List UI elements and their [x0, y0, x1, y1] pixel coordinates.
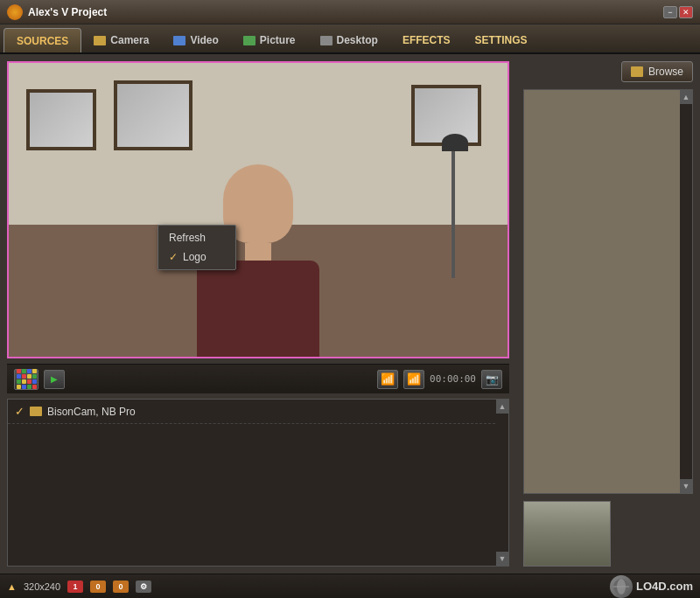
- window-title: Alex's V Project: [28, 6, 663, 18]
- video-tab-icon: [173, 36, 186, 45]
- close-button[interactable]: ✕: [679, 6, 693, 18]
- app-icon: [7, 4, 23, 20]
- time-display: 00:00:00: [430, 373, 476, 385]
- status-triangle-icon: ▲: [7, 581, 17, 592]
- playback-bar: ▶ 📶 📶 00:00:00 📷: [7, 364, 509, 393]
- browse-label: Browse: [648, 66, 683, 78]
- scroll-down-arrow[interactable]: ▼: [496, 552, 508, 566]
- desktop-tab-icon: [320, 36, 332, 45]
- picture-frame-left: [26, 89, 96, 150]
- picture-tab-icon: [243, 36, 256, 45]
- badge-2: 0: [90, 581, 106, 593]
- right-scrollbar[interactable]: ▲ ▼: [680, 90, 692, 493]
- right-scroll-down[interactable]: ▼: [680, 479, 692, 493]
- tab-sources[interactable]: SOURCES: [4, 28, 81, 52]
- left-panel: Refresh ✓ Logo: [0, 54, 516, 574]
- person-neck: [245, 243, 271, 261]
- right-panel: Browse ▲ ▼: [516, 54, 700, 574]
- window-controls: − ✕: [663, 6, 693, 18]
- tab-video[interactable]: Video: [161, 28, 230, 52]
- source-scrollbar[interactable]: ▲ ▼: [496, 400, 508, 566]
- picture-frame-center: [114, 80, 192, 150]
- snapshot-button[interactable]: 📷: [481, 370, 502, 389]
- room-background: [9, 63, 508, 357]
- tab-picture[interactable]: Picture: [231, 28, 308, 52]
- context-menu: Refresh ✓ Logo: [158, 225, 236, 270]
- signal-button-2[interactable]: 📶: [403, 370, 424, 389]
- signal-button-1[interactable]: 📶: [377, 370, 398, 389]
- source-camera-icon: [30, 407, 42, 416]
- badge-3: 0: [113, 581, 129, 593]
- tab-effects[interactable]: EFFECTS: [390, 28, 463, 52]
- lo4d-text: LO4D.com: [636, 580, 693, 593]
- grid-selector-button[interactable]: [14, 369, 38, 390]
- badge-1: 1: [67, 581, 83, 593]
- grid-icon: [17, 369, 37, 389]
- main-content: Refresh ✓ Logo: [0, 54, 700, 574]
- ctx-refresh[interactable]: Refresh: [158, 228, 235, 247]
- thumbnail-preview: [523, 501, 611, 567]
- source-list: ✓ BisonCam, NB Pro ▲ ▼: [7, 399, 509, 567]
- right-scroll-up[interactable]: ▲: [680, 90, 692, 104]
- right-scroll-track: [680, 104, 692, 479]
- lamp-pole: [452, 147, 455, 278]
- ctx-logo[interactable]: ✓ Logo: [158, 247, 235, 267]
- lamp-shade: [442, 134, 468, 151]
- preview-area: ▲ ▼: [523, 89, 693, 494]
- tab-bar: SOURCES Camera Video Picture Desktop EFF…: [0, 24, 700, 54]
- camera-tab-icon: [94, 36, 106, 45]
- title-bar: Alex's V Project − ✕: [0, 0, 700, 24]
- source-name: BisonCam, NB Pro: [47, 406, 136, 418]
- thumbnail-image: [524, 502, 610, 566]
- scroll-up-arrow[interactable]: ▲: [496, 400, 508, 414]
- person-body: [197, 261, 319, 358]
- tab-camera[interactable]: Camera: [81, 28, 161, 52]
- resolution-display: 320x240: [24, 581, 60, 592]
- source-checkmark: ✓: [15, 405, 24, 418]
- gear-badge[interactable]: ⚙: [136, 581, 151, 593]
- scroll-track: [496, 414, 508, 552]
- video-preview: Refresh ✓ Logo: [7, 61, 509, 358]
- lo4d-logo: LO4D.com: [610, 575, 693, 598]
- status-bar: ▲ 320x240 1 0 0 ⚙ LO4D.com: [0, 574, 700, 598]
- source-item[interactable]: ✓ BisonCam, NB Pro: [8, 400, 508, 424]
- browse-icon: [631, 66, 643, 77]
- webcam-display: [9, 63, 508, 357]
- tab-settings[interactable]: SETTINGS: [463, 28, 540, 52]
- minimize-button[interactable]: −: [663, 6, 677, 18]
- browse-button[interactable]: Browse: [621, 61, 693, 82]
- lo4d-icon: [610, 575, 633, 598]
- play-button[interactable]: ▶: [44, 370, 65, 389]
- tab-desktop[interactable]: Desktop: [308, 28, 390, 52]
